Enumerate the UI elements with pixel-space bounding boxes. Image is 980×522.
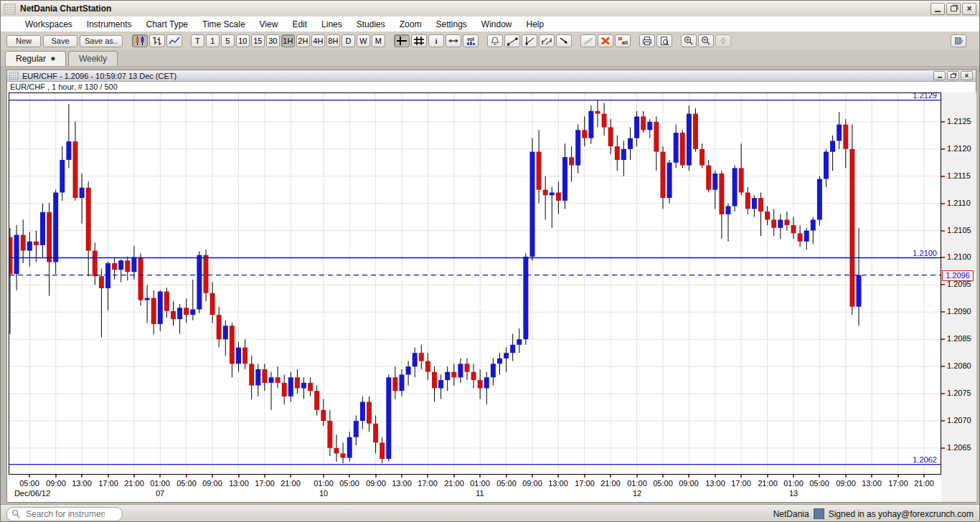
time-tick-label: 21:00 (908, 479, 940, 488)
vertical-line-tool-icon (524, 36, 535, 46)
delete-all-icon: all (616, 36, 629, 46)
delete-button[interactable] (598, 34, 613, 47)
date-label: 07 (135, 489, 185, 498)
time-tick (610, 475, 611, 478)
signed-in-label: Signed in as yohay@forexcrunch.com (829, 509, 974, 519)
menu-zoom[interactable]: Zoom (395, 18, 432, 31)
menu-instruments[interactable]: Instruments (83, 18, 142, 31)
tab-regular[interactable]: Regular * (5, 51, 66, 66)
chart-restore-button[interactable] (947, 71, 959, 80)
chart-window-titlebar[interactable]: EUR/CHF - 1.2096 - 10:59:07 13 Dec (CET)… (7, 70, 976, 82)
restore-button[interactable] (946, 3, 961, 15)
chart-close-button[interactable]: × (961, 71, 973, 80)
timescale-30[interactable]: 30 (266, 34, 280, 47)
save-as-button[interactable]: Save as.. (80, 35, 123, 47)
close-button[interactable]: × (962, 3, 976, 15)
fit-vertical-button[interactable] (715, 34, 731, 47)
alert-bell-icon (489, 36, 501, 46)
menu-window[interactable]: Window (477, 18, 522, 31)
timescale-1h[interactable]: 1H (281, 34, 295, 47)
time-axis[interactable]: 05:0009:0013:0017:0021:0001:0005:0009:00… (9, 475, 941, 502)
candlestick-chart-button[interactable] (132, 34, 148, 47)
time-tick (238, 475, 240, 478)
menu-bar: WorkspacesInstrumentsChart TypeTime Scal… (1, 16, 979, 32)
price-tick (941, 338, 945, 340)
new-button[interactable]: New (6, 35, 41, 47)
grid-icon (413, 36, 425, 46)
timescale-4h[interactable]: 4H (311, 34, 325, 47)
time-tick (212, 475, 213, 478)
timescale-group: T151015301H2H4H8HDWM (191, 34, 387, 47)
vertical-line-tool-button[interactable] (522, 34, 537, 47)
candlestick-plot[interactable]: 1.21291.21001.2062 (9, 92, 941, 475)
minimize-button[interactable] (930, 3, 945, 15)
timescale-m[interactable]: M (372, 34, 385, 47)
time-tick (81, 475, 83, 478)
timescale-d[interactable]: D (341, 34, 355, 47)
timescale-2h[interactable]: 2H (296, 34, 310, 47)
menu-chart-type[interactable]: Chart Type (142, 18, 198, 31)
scroll-arrows-icon (448, 36, 459, 46)
menu-settings[interactable]: Settings (431, 18, 476, 31)
price-tick (941, 148, 945, 150)
time-tick (159, 475, 161, 478)
time-tick (636, 475, 638, 478)
instrument-search-box[interactable] (6, 507, 123, 521)
minimize-icon (935, 11, 941, 12)
zoom-out-button[interactable] (698, 34, 714, 47)
chart-minimize-button[interactable] (933, 71, 946, 80)
price-tick-label: 1.2120 (947, 144, 971, 153)
time-tick (845, 475, 847, 478)
price-axis[interactable]: 1.21251.21201.21151.21101.21051.21001.20… (941, 92, 976, 502)
chart-window: EUR/CHF - 1.2096 - 10:59:07 13 Dec (CET)… (6, 70, 976, 503)
bar-chart-button[interactable] (149, 34, 165, 47)
tab-modified-marker: * (51, 57, 55, 63)
info-button[interactable]: i (428, 34, 444, 47)
price-tick (941, 203, 945, 204)
save-button[interactable]: Save (43, 35, 77, 47)
volume-button[interactable]: vol (463, 34, 479, 47)
timescale-w[interactable]: W (357, 34, 370, 47)
time-tick (323, 475, 324, 478)
timescale-t[interactable]: T (191, 34, 204, 47)
delete-all-button[interactable]: all (615, 34, 631, 47)
parallel-lines-tool-button[interactable] (539, 34, 555, 47)
timescale-8h[interactable]: 8H (326, 34, 340, 47)
time-tick (819, 475, 820, 478)
zoom-in-button[interactable] (681, 34, 697, 47)
pin-panel-button[interactable] (951, 34, 966, 47)
menu-view[interactable]: View (255, 18, 288, 31)
price-tick-label: 1.2125 (947, 117, 971, 125)
timescale-1[interactable]: 1 (206, 34, 220, 47)
print-preview-button[interactable] (656, 34, 672, 47)
trendline-button[interactable] (504, 34, 520, 47)
timescale-10[interactable]: 10 (236, 34, 250, 47)
price-tick (941, 420, 945, 422)
timescale-15[interactable]: 15 (251, 34, 265, 47)
grid-button[interactable] (411, 34, 427, 47)
crosshair-button[interactable] (394, 34, 410, 47)
remove-line-button[interactable] (580, 34, 596, 47)
search-input[interactable] (24, 508, 106, 520)
toolbar: New Save Save as.. T151015301H2H4H8HDWM (1, 32, 979, 49)
menu-edit[interactable]: Edit (288, 18, 317, 31)
menu-workspaces[interactable]: Workspaces (21, 18, 83, 31)
timescale-5[interactable]: 5 (221, 34, 235, 47)
time-tick (290, 475, 291, 478)
time-tick (29, 475, 30, 478)
arrow-tool-button[interactable] (556, 34, 572, 47)
line-chart-button[interactable] (166, 34, 182, 47)
price-tick (941, 176, 945, 177)
alert-bell-button[interactable] (487, 34, 503, 47)
date-label: Dec/06/12 (7, 489, 57, 498)
current-price-label: 1.2096 (942, 270, 974, 281)
menu-studies[interactable]: Studies (352, 18, 395, 31)
tab-weekly[interactable]: Weekly (68, 51, 118, 66)
menu-time-scale[interactable]: Time Scale (198, 18, 255, 31)
scroll-arrows-button[interactable] (446, 34, 461, 47)
parallel-lines-tool-icon (541, 36, 552, 46)
menu-help[interactable]: Help (522, 18, 555, 31)
price-tick-label: 1.2090 (947, 307, 971, 315)
menu-lines[interactable]: Lines (317, 18, 352, 31)
print-button[interactable] (639, 34, 655, 47)
